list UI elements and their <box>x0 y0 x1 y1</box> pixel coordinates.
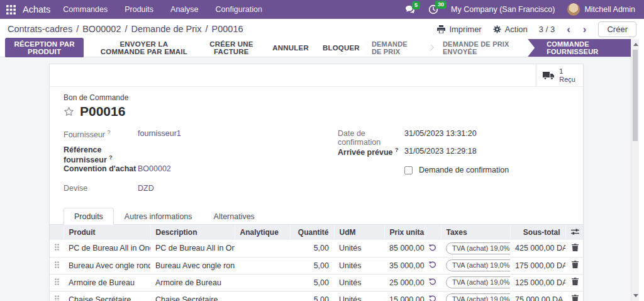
pager-previous-button[interactable]: ‹ <box>566 24 571 35</box>
company-switcher[interactable]: My Company (San Francisco) <box>451 5 555 14</box>
menu-produits[interactable]: Produits <box>125 5 153 14</box>
convention-achat-value[interactable]: BO00002 <box>138 164 171 173</box>
reset-price-icon[interactable] <box>429 261 436 268</box>
delete-row-icon[interactable] <box>572 295 579 301</box>
cell-description[interactable]: PC de Bureau All in One <box>150 240 235 257</box>
cell-produit[interactable]: Chaise Secrétaire <box>64 291 150 301</box>
menu-configuration[interactable]: Configuration <box>216 5 262 14</box>
tax-tag[interactable]: TVA (achat) 19,0% <box>446 242 510 254</box>
vertical-scrollbar[interactable] <box>631 39 639 301</box>
reception-par-produit-button[interactable]: RÉCEPTION PAR PRODUIT <box>5 38 84 58</box>
cell-quantite[interactable]: 5,00 <box>290 274 334 291</box>
messages-button[interactable]: 5 <box>405 5 416 14</box>
tax-tag[interactable]: TVA (achat) 19,0% <box>446 293 510 301</box>
drag-handle-icon[interactable] <box>55 261 59 268</box>
delete-row-icon[interactable] <box>572 278 579 285</box>
cell-prix-unitaire[interactable]: 15 000,00 <box>384 291 425 301</box>
cell-quantite[interactable]: 5,00 <box>290 291 334 301</box>
apps-grid-icon[interactable] <box>6 5 16 14</box>
cell-analytique[interactable] <box>235 274 290 291</box>
devise-value[interactable]: DZD <box>138 184 154 193</box>
action-label: Action <box>505 25 528 34</box>
envoyer-commande-email-button[interactable]: ENVOYER LA COMMANDE PAR EMAIL <box>97 40 190 55</box>
tab-alternatives[interactable]: Alternatives <box>203 208 265 225</box>
cell-description[interactable]: Bureau Avec ongle ronde <box>150 257 235 274</box>
scrollbar-thumb[interactable] <box>633 50 638 141</box>
cell-sous-total[interactable]: 125 000,00 DA <box>510 274 565 291</box>
cell-quantite[interactable]: 5,00 <box>290 240 334 257</box>
date-confirmation-value[interactable]: 31/05/2023 13:31:20 <box>404 129 477 138</box>
breadcrumb-contrats-cadres[interactable]: Contrats-cadres <box>8 24 72 34</box>
cell-quantite[interactable]: 5,00 <box>290 257 334 274</box>
breadcrumb-bo00002[interactable]: BO00002 <box>82 24 121 34</box>
cell-produit[interactable]: PC de Bureau All in One <box>64 240 150 257</box>
stage-demande-de-prix[interactable]: DEMANDE DE PRIX <box>360 39 431 57</box>
cell-sous-total[interactable]: 175 000,00 DA <box>510 257 565 274</box>
tax-tag[interactable]: TVA (achat) 19,0% <box>446 259 510 271</box>
col-produit[interactable]: Produit <box>64 225 150 240</box>
cell-sous-total[interactable]: 425 000,00 DA <box>510 240 565 257</box>
stage-demande-de-prix-envoyee[interactable]: DEMANDE DE PRIX ENVOYÉE <box>431 39 528 57</box>
cell-produit[interactable]: Armoire de Bureau <box>64 274 150 291</box>
gear-icon <box>493 25 501 33</box>
col-quantite[interactable]: Quantité <box>290 225 334 240</box>
cell-prix-unitaire[interactable]: 85 000,00 <box>384 240 425 257</box>
cell-description[interactable]: Armoire de Bureau <box>150 274 235 291</box>
tab-produits[interactable]: Produits <box>64 208 114 225</box>
cell-analytique[interactable] <box>235 240 290 257</box>
action-button[interactable]: Action <box>493 25 528 34</box>
stage-commande-fournisseur[interactable]: COMMANDE FOURNISSEUR <box>528 39 631 57</box>
print-button[interactable]: Imprimer <box>437 25 481 34</box>
drag-handle-icon[interactable] <box>55 278 59 285</box>
cell-udm[interactable]: Unités <box>334 274 384 291</box>
pager-next-button[interactable]: › <box>582 24 587 35</box>
tab-autres-informations[interactable]: Autres informations <box>114 208 203 225</box>
cell-prix-unitaire[interactable]: 35 000,00 <box>384 257 425 274</box>
user-menu[interactable]: Mitchell Admin <box>567 3 635 16</box>
optional-columns-button[interactable] <box>565 225 584 240</box>
cell-description[interactable]: Chaise Secrétaire <box>150 291 235 301</box>
delete-row-icon[interactable] <box>572 244 579 251</box>
creer-facture-button[interactable]: CRÉER UNE FACTURE <box>204 40 258 55</box>
app-name[interactable]: Achats <box>23 4 50 14</box>
arrivee-prevue-value[interactable]: 31/05/2023 12:29:18 <box>404 147 477 156</box>
drag-handle-icon[interactable] <box>55 295 59 301</box>
cell-prix-unitaire[interactable]: 25 000,00 <box>384 274 425 291</box>
favorite-star-icon[interactable] <box>64 106 74 117</box>
menu-analyse[interactable]: Analyse <box>170 5 198 14</box>
field-demande-confirmation: Demande de confirmation <box>404 166 583 174</box>
activities-button[interactable]: 30 <box>428 4 438 14</box>
col-prix-unitaire[interactable]: Prix unitaire <box>384 225 425 240</box>
cell-udm[interactable]: Unités <box>334 240 384 257</box>
col-description[interactable]: Description <box>150 225 235 240</box>
field-date-confirmation: Date de confirmation 31/05/2023 13:31:20 <box>338 129 583 147</box>
cell-sous-total[interactable]: 75 000,00 DA <box>510 291 565 301</box>
reset-price-icon[interactable] <box>429 295 436 301</box>
reset-price-icon[interactable] <box>429 278 436 285</box>
reset-price-icon[interactable] <box>429 244 436 251</box>
demande-confirmation-checkbox[interactable] <box>404 166 413 174</box>
col-sous-total[interactable]: Sous-total <box>510 225 565 240</box>
cell-analytique[interactable] <box>235 291 290 301</box>
create-button[interactable]: Créer <box>598 21 636 37</box>
cell-analytique[interactable] <box>235 257 290 274</box>
menu-commandes[interactable]: Commandes <box>63 5 108 14</box>
receipt-stat-button[interactable]: 1 Reçu <box>536 64 583 86</box>
annuler-button[interactable]: ANNULER <box>272 44 309 52</box>
delete-row-icon[interactable] <box>572 261 579 268</box>
cell-udm[interactable]: Unités <box>334 257 384 274</box>
breadcrumb-demande-de-prix[interactable]: Demande de Prix <box>131 24 202 34</box>
bloquer-button[interactable]: BLOQUER <box>323 44 360 52</box>
cell-udm[interactable]: Unités <box>334 291 384 301</box>
cell-produit[interactable]: Bureau Avec ongle ronde <box>64 257 150 274</box>
control-panel: Contrats-cadres / BO00002 / Demande de P… <box>0 19 644 39</box>
drag-handle-icon[interactable] <box>55 244 59 251</box>
fournisseur-value[interactable]: fournisseur1 <box>138 129 181 138</box>
col-taxes[interactable]: Taxes <box>441 225 510 240</box>
field-arrivee-prevue: Arrivée prévue ? 31/05/2023 12:29:18 <box>338 147 583 163</box>
col-analytique[interactable]: Analytique <box>235 225 290 240</box>
scroll-up-arrow[interactable] <box>633 43 638 46</box>
col-udm[interactable]: UdM <box>334 225 384 240</box>
scroll-down-arrow[interactable] <box>633 294 638 297</box>
tax-tag[interactable]: TVA (achat) 19,0% <box>446 276 510 288</box>
